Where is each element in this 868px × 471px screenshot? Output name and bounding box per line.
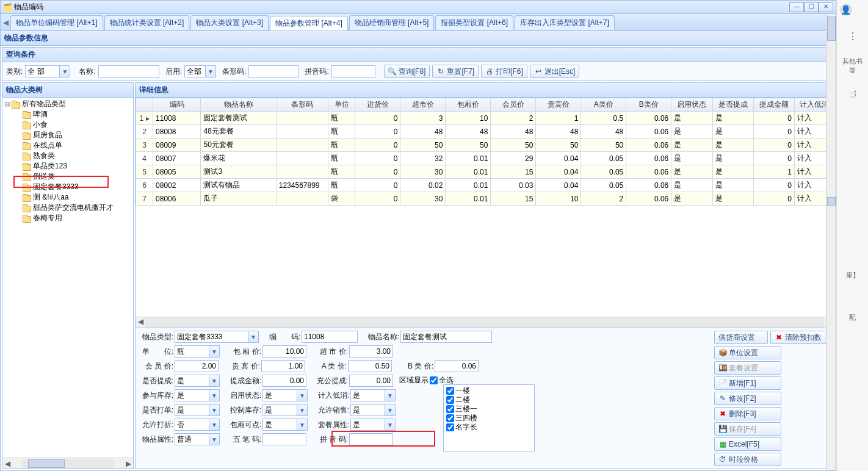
- grid[interactable]: 编码物品名称条形码单位进货价超市价包厢价会员价贵宾价A类价B类价启用状态是否提成…: [136, 98, 834, 317]
- avatar[interactable]: 👤: [840, 4, 866, 16]
- region-list[interactable]: 一楼 二楼 三楼一 三四楼 名字长: [443, 384, 535, 451]
- category-combo[interactable]: ▼: [25, 65, 70, 77]
- tab-3[interactable]: 物品参数管理 [Alt+4]: [270, 16, 348, 31]
- tree-item-4[interactable]: 熟食类: [22, 151, 132, 161]
- grid-col-11[interactable]: B类价: [626, 98, 671, 112]
- name-input[interactable]: [98, 65, 159, 77]
- vip-price-input[interactable]: [261, 360, 305, 372]
- grid-col-12[interactable]: 启用状态: [671, 98, 712, 112]
- clear-pre-button[interactable]: ✖清除预扣数: [770, 331, 831, 344]
- region-check-0[interactable]: [446, 387, 454, 395]
- tree-item-9[interactable]: 甜品类萨交流电机撒开才: [22, 203, 132, 213]
- vscroll[interactable]: [826, 14, 836, 470]
- table-row[interactable]: 708006瓜子袋0300.01151020.06是是0计入: [136, 192, 834, 206]
- tab-6[interactable]: 库存出入库类型设置 [Alt+7]: [515, 15, 615, 30]
- grid-col-9[interactable]: 贵宾价: [536, 98, 581, 112]
- maximize-button[interactable]: ☐: [804, 2, 819, 12]
- close-button[interactable]: ✕: [819, 2, 833, 12]
- grid-col-13[interactable]: 是否提成: [712, 98, 753, 112]
- region-check-1[interactable]: [446, 396, 454, 404]
- setmeal-button[interactable]: 🍱套餐设置: [714, 361, 781, 375]
- kzk-combo[interactable]: ▼: [262, 404, 308, 416]
- table-row[interactable]: 30800950元套餐瓶050505050500.06是是0计入: [136, 138, 834, 152]
- grid-col-4[interactable]: 单位: [328, 98, 355, 112]
- grid-col-3[interactable]: 条形码: [276, 98, 328, 112]
- excel-button[interactable]: ▦Excel[F5]: [714, 437, 781, 451]
- a-price-input[interactable]: [348, 360, 392, 372]
- tc-combo[interactable]: ▼: [175, 375, 220, 387]
- tab-scroll-left[interactable]: ◀: [1, 14, 10, 31]
- table-row[interactable]: 408007爆米花瓶0320.01290.040.050.06是是0计入: [136, 152, 834, 165]
- reset-button[interactable]: ↻重置[F7]: [432, 65, 479, 78]
- region-all-checkbox[interactable]: [430, 376, 438, 384]
- minimize-button[interactable]: —: [789, 2, 804, 12]
- tree-hscroll[interactable]: ◀▶: [2, 458, 133, 469]
- table-row[interactable]: 1 ▸11008固定套餐测试瓶0310210.50.06是是0计入: [136, 112, 834, 125]
- pym-input[interactable]: [349, 433, 393, 445]
- category-value[interactable]: [25, 65, 59, 77]
- grid-col-14[interactable]: 提成金额: [753, 98, 794, 112]
- yxz-combo[interactable]: ▼: [175, 419, 220, 431]
- delete-button[interactable]: ✖删除[F3]: [714, 407, 781, 420]
- edit-button[interactable]: ✎修改[F2]: [714, 392, 781, 405]
- grid-col-10[interactable]: A类价: [581, 98, 626, 112]
- tree-item-1[interactable]: 小食: [22, 120, 132, 130]
- table-row[interactable]: 608002测试有物品1234567899瓶00.020.010.030.040…: [136, 179, 834, 192]
- grid-col-1[interactable]: 编码: [153, 98, 201, 112]
- tree-item-3[interactable]: 在线点单: [22, 140, 132, 151]
- tree-item-10[interactable]: 春梅专用: [22, 213, 132, 223]
- print-button[interactable]: 🖨打印[F6]: [481, 65, 527, 78]
- tree-root[interactable]: ⊟ 所有物品类型: [4, 99, 132, 109]
- code-input[interactable]: [302, 331, 358, 343]
- cyk-combo[interactable]: ▼: [175, 389, 220, 401]
- grid-col-2[interactable]: 物品名称: [201, 98, 276, 112]
- en-combo[interactable]: ▼: [262, 389, 308, 401]
- b-price-input[interactable]: [435, 360, 479, 372]
- enabled-combo[interactable]: ▼: [184, 65, 216, 77]
- table-row[interactable]: 508005测试3瓶0300.01150.040.050.06是是1计入: [136, 165, 834, 179]
- tree-item-7[interactable]: 固定套餐3333: [22, 182, 132, 192]
- name-input-form[interactable]: [400, 331, 492, 343]
- barcode-input[interactable]: [248, 65, 298, 77]
- unit-button[interactable]: 📦单位设置: [714, 346, 781, 359]
- supplier-button[interactable]: 供货商设置: [714, 331, 768, 344]
- tree-item-2[interactable]: 厨房食品: [22, 130, 132, 140]
- tab-2[interactable]: 物品大类设置 [Alt+3]: [190, 15, 269, 30]
- tab-0[interactable]: 物品单位编码管理 [Alt+1]: [10, 15, 103, 30]
- cg-input[interactable]: [349, 375, 393, 387]
- grid-col-5[interactable]: 进货价: [355, 98, 400, 112]
- period-button[interactable]: ⏱时段价格: [714, 453, 781, 466]
- chevron-down-icon[interactable]: ▼: [205, 65, 216, 77]
- bookmark-bar-icon[interactable]: 📑: [840, 90, 866, 98]
- unit-combo[interactable]: ▼: [175, 345, 220, 358]
- grid-hscroll[interactable]: ◀▶: [136, 317, 834, 328]
- pinyin-input[interactable]: [331, 65, 375, 77]
- enabled-value[interactable]: [184, 65, 205, 77]
- new-button[interactable]: 📄新增[F1]: [714, 376, 781, 390]
- exit-button[interactable]: ↩退出[Esc]: [530, 65, 580, 78]
- grid-col-0[interactable]: [136, 98, 153, 112]
- tcsx-combo[interactable]: ▼: [350, 419, 396, 431]
- wpsx-combo[interactable]: ▼: [175, 433, 220, 445]
- tree-item-5[interactable]: 单品类123: [22, 161, 132, 171]
- tree-item-6[interactable]: 例送类: [22, 171, 132, 182]
- region-check-4[interactable]: [446, 423, 454, 431]
- save-button[interactable]: 💾保存[F4]: [714, 422, 781, 436]
- tab-5[interactable]: 报损类型设置 [Alt+6]: [435, 15, 513, 30]
- grid-col-7[interactable]: 包厢价: [446, 98, 491, 112]
- tcj-input[interactable]: [262, 375, 306, 387]
- box-price-input[interactable]: [262, 345, 306, 358]
- bxk-combo[interactable]: ▼: [262, 419, 308, 431]
- tab-1[interactable]: 物品统计类设置 [Alt+2]: [104, 15, 190, 30]
- other-bookmarks[interactable]: 其他书签: [840, 57, 866, 75]
- wbm-input[interactable]: [262, 433, 306, 445]
- kebab-icon[interactable]: ⋮: [840, 31, 866, 42]
- region-check-2[interactable]: [446, 405, 454, 413]
- chevron-down-icon[interactable]: ▼: [59, 65, 70, 77]
- mem-price-input[interactable]: [175, 360, 219, 372]
- type-combo[interactable]: ▼: [175, 331, 259, 343]
- search-button[interactable]: 🔍查询[F8]: [384, 65, 430, 78]
- tree-item-8[interactable]: 测 &!#八aa: [22, 192, 132, 203]
- tree-item-0[interactable]: 啤酒: [22, 109, 132, 120]
- grid-col-6[interactable]: 超市价: [400, 98, 446, 112]
